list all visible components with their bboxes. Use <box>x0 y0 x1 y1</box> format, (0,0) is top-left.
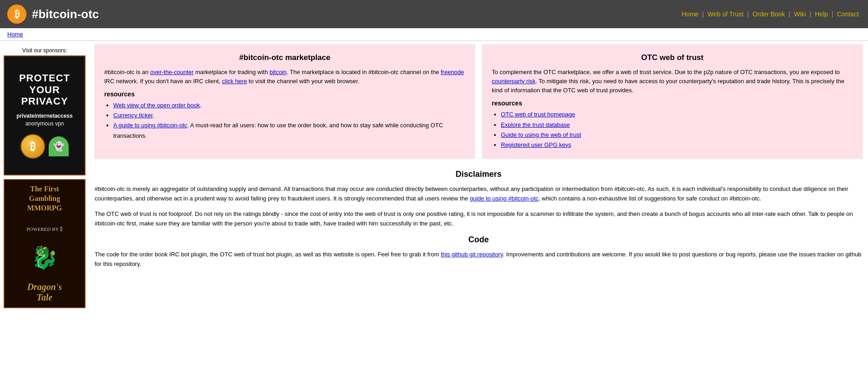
link-over-the-counter[interactable]: over-the-counter <box>150 69 193 75</box>
marketplace-card: #bitcoin-otc marketplace #bitcoin-otc is… <box>95 45 475 159</box>
list-item: Web view of the open order book. <box>113 100 465 110</box>
list-item: Explore the trust database <box>501 120 853 130</box>
link-order-book-view[interactable]: Web view of the open order book <box>113 102 200 109</box>
link-counterparty-risk[interactable]: counterparty risk <box>492 78 535 85</box>
nav-sep-5: | <box>830 10 835 18</box>
trust-resources-label: resources <box>492 100 853 107</box>
nav-sep-4: | <box>808 10 813 18</box>
nav-help[interactable]: Help <box>813 10 830 18</box>
list-item: OTC web of trust homepage <box>501 110 853 120</box>
header: ₿ #bitcoin-otc Home | Web of Trust | Ord… <box>0 0 868 28</box>
sponsor2: The FirstGamblingMMORPG POWERED BY ₿ 🐉 D… <box>5 180 85 307</box>
link-guide-btc-otc[interactable]: A guide to using #bitcoin-otc <box>113 122 187 129</box>
disclaimers-text1: #bitcoin-otc is merely an aggregator of … <box>95 185 863 204</box>
list-item: Currency ticker. <box>113 110 465 120</box>
main-nav: Home | Web of Trust | Order Book | Wiki … <box>680 10 861 18</box>
list-item: A guide to using #bitcoin-otc. A must-re… <box>113 120 465 140</box>
sponsor1: PROTECTYOURPRIVACY privateinternetaccess… <box>5 56 85 175</box>
dragon-icon: 🐉 <box>31 245 58 270</box>
nav-sep-1: | <box>701 10 706 18</box>
link-currency-ticker[interactable]: Currency ticker <box>113 112 153 119</box>
sponsor1-sub: privateinternetaccess anonymous vpn <box>8 112 81 128</box>
link-bitcoin[interactable]: bitcoin <box>269 69 287 75</box>
nav-order-book[interactable]: Order Book <box>751 10 787 18</box>
sidebar: Visit our sponsors: PROTECTYOURPRIVACY p… <box>0 45 89 312</box>
code-section: Code The code for the order book IRC bot… <box>95 235 863 269</box>
nav-web-of-trust[interactable]: Web of Trust <box>706 10 745 18</box>
list-item: Guide to using the web of trust <box>501 130 853 140</box>
nav-sep-2: | <box>745 10 751 18</box>
marketplace-card-body1: #bitcoin-otc is an over-the-counter mark… <box>104 68 465 86</box>
link-freenode[interactable]: freenode <box>441 69 464 75</box>
link-trust-database[interactable]: Explore the trust database <box>501 121 570 128</box>
link-trust-homepage[interactable]: OTC web of trust homepage <box>501 111 575 118</box>
link-trust-guide[interactable]: Guide to using the web of trust <box>501 131 581 138</box>
sponsor2-title: The FirstGamblingMMORPG <box>27 185 62 213</box>
header-left: ₿ #bitcoin-otc <box>7 5 99 24</box>
disclaimers-text2: The OTC web of trust is not foolproof. D… <box>95 210 863 229</box>
nav-sep-3: | <box>787 10 792 18</box>
bitcoin-logo: ₿ <box>7 5 26 24</box>
link-guide-safe[interactable]: guide to using #bitcoin-otc <box>469 195 538 202</box>
cards-row: #bitcoin-otc marketplace #bitcoin-otc is… <box>95 45 863 159</box>
sponsor-box-1[interactable]: PROTECTYOURPRIVACY privateinternetaccess… <box>4 55 86 175</box>
link-github-repo[interactable]: this github git repository <box>441 251 503 258</box>
bitcoin-coin-icon: ₿ <box>20 134 45 159</box>
sponsors-label: Visit our sponsors: <box>4 45 86 55</box>
site-title: #bitcoin-otc <box>32 7 99 21</box>
marketplace-resources-label: resources <box>104 90 465 98</box>
marketplace-resources-list: Web view of the open order book. Currenc… <box>113 100 465 140</box>
nav-contact[interactable]: Contact <box>835 10 861 18</box>
trust-card-body1: To complement the OTC marketplace, we of… <box>492 68 853 95</box>
sponsor1-title: PROTECTYOURPRIVACY <box>19 72 70 107</box>
nav-wiki[interactable]: Wiki <box>792 10 807 18</box>
sponsor-box-2[interactable]: The FirstGamblingMMORPG POWERED BY ₿ 🐉 D… <box>4 179 86 308</box>
trust-card-title: OTC web of trust <box>492 53 853 62</box>
list-item: Registered user GPG keys <box>501 140 853 150</box>
link-click-here[interactable]: click here <box>222 78 247 85</box>
code-text: The code for the order book IRC bot plug… <box>95 250 863 269</box>
breadcrumb-home[interactable]: Home <box>7 31 23 38</box>
disclaimers-section: Disclaimers #bitcoin-otc is merely an ag… <box>95 170 863 229</box>
nav-home[interactable]: Home <box>680 10 700 18</box>
sponsor2-powered-by: POWERED BY ₿ <box>26 226 63 232</box>
disclaimers-title: Disclaimers <box>95 170 863 179</box>
breadcrumb: Home <box>0 28 868 41</box>
code-title: Code <box>95 235 863 245</box>
trust-card: OTC web of trust To complement the OTC m… <box>482 45 863 159</box>
marketplace-card-title: #bitcoin-otc marketplace <box>104 53 465 62</box>
sponsor1-icons: ₿ 👻 <box>20 134 69 159</box>
trust-resources-list: OTC web of trust homepage Explore the tr… <box>501 110 853 150</box>
content: #bitcoin-otc marketplace #bitcoin-otc is… <box>89 45 868 312</box>
ghost-icon: 👻 <box>49 136 69 156</box>
main-layout: Visit our sponsors: PROTECTYOURPRIVACY p… <box>0 41 868 312</box>
sponsor2-bottom: Dragon'sTale <box>27 282 62 303</box>
link-gpg-keys[interactable]: Registered user GPG keys <box>501 141 571 148</box>
